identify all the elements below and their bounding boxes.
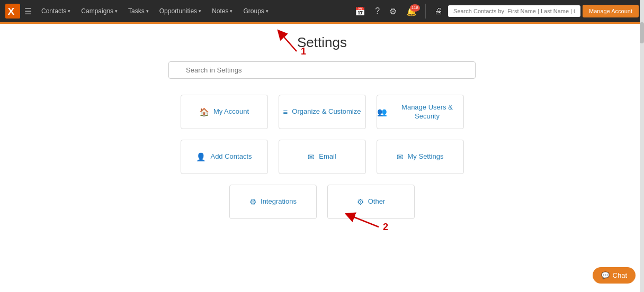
calendar-icon[interactable]: 📅	[352, 4, 369, 19]
top-navigation: X ☰ Contacts ▾ Campaigns ▾ Tasks ▾ Oppor…	[0, 0, 644, 22]
settings-search-wrap: 🔍	[11, 61, 633, 79]
svg-text:2: 2	[383, 222, 388, 232]
other-icon: ⚙	[357, 197, 364, 207]
nav-notes[interactable]: Notes ▾	[208, 0, 237, 22]
chat-label: Chat	[613, 271, 627, 279]
card-my-settings[interactable]: ✉ My Settings	[377, 140, 464, 174]
nav-campaigns[interactable]: Campaigns ▾	[77, 0, 122, 22]
settings-grid: 🏠 My Account ≡ Organize & Customize 👥 Ma…	[11, 95, 633, 219]
integrations-label: Integrations	[261, 197, 297, 206]
integrations-icon: ⚙	[249, 197, 256, 207]
manage-account-button[interactable]: Manage Account	[583, 5, 639, 17]
logo[interactable]: X	[5, 4, 20, 19]
campaigns-caret: ▾	[115, 8, 118, 14]
hamburger-icon[interactable]: ☰	[24, 6, 32, 16]
settings-search-input[interactable]	[168, 61, 476, 79]
scrollbar-thumb[interactable]	[640, 22, 644, 43]
my-settings-label: My Settings	[408, 152, 444, 161]
settings-row-3: ⚙ Integrations ⚙ Other	[229, 185, 415, 219]
nav-groups[interactable]: Groups ▾	[239, 0, 272, 22]
main-content: 1 2 Settings 🔍 🏠 My Account	[0, 24, 644, 292]
settings-row-2: 👤 Add Contacts ✉ Email ✉ My Settings	[181, 140, 464, 174]
settings-search-container: 🔍	[168, 61, 476, 79]
card-email[interactable]: ✉ Email	[279, 140, 366, 174]
my-account-label: My Account	[213, 107, 249, 116]
add-contacts-label: Add Contacts	[210, 152, 252, 161]
groups-caret: ▾	[266, 8, 269, 14]
manage-users-icon: 👥	[377, 107, 387, 117]
chat-button[interactable]: 💬 Chat	[593, 267, 636, 284]
scrollbar[interactable]	[640, 0, 644, 292]
contacts-caret: ▾	[68, 8, 70, 14]
card-integrations[interactable]: ⚙ Integrations	[229, 185, 317, 219]
settings-row-1: 🏠 My Account ≡ Organize & Customize 👥 Ma…	[181, 95, 464, 129]
notifications-icon[interactable]: 🔔 118	[403, 4, 420, 19]
card-add-contacts[interactable]: 👤 Add Contacts	[181, 140, 268, 174]
card-manage-users[interactable]: 👥 Manage Users & Security	[377, 95, 464, 129]
card-my-account[interactable]: 🏠 My Account	[181, 95, 268, 129]
add-contacts-icon: 👤	[196, 152, 206, 162]
opportunities-caret: ▾	[199, 8, 201, 14]
my-account-icon: 🏠	[199, 107, 209, 117]
print-icon[interactable]: 🖨	[431, 4, 446, 18]
other-label: Other	[368, 197, 386, 206]
email-icon: ✉	[308, 152, 315, 162]
organize-label: Organize & Customize	[292, 107, 361, 116]
nav-tasks[interactable]: Tasks ▾	[124, 0, 153, 22]
settings-title: Settings	[11, 34, 633, 51]
settings-icon[interactable]: ⚙	[386, 4, 400, 19]
card-other[interactable]: ⚙ Other	[327, 185, 415, 219]
tasks-caret: ▾	[146, 8, 149, 14]
svg-text:X: X	[7, 6, 14, 17]
organize-icon: ≡	[283, 107, 288, 116]
nav-opportunities[interactable]: Opportunities ▾	[155, 0, 205, 22]
notification-badge: 118	[410, 4, 420, 12]
nav-icons: 📅 ? ⚙ 🔔 118	[352, 4, 420, 19]
nav-contacts[interactable]: Contacts ▾	[37, 0, 75, 22]
my-settings-icon: ✉	[397, 152, 404, 162]
help-icon[interactable]: ?	[372, 4, 383, 18]
email-label: Email	[319, 152, 336, 161]
notes-caret: ▾	[230, 8, 232, 14]
chat-icon: 💬	[601, 271, 610, 279]
manage-users-label: Manage Users & Security	[391, 103, 463, 121]
contact-search-input[interactable]	[448, 5, 580, 17]
card-organize-customize[interactable]: ≡ Organize & Customize	[279, 95, 366, 129]
